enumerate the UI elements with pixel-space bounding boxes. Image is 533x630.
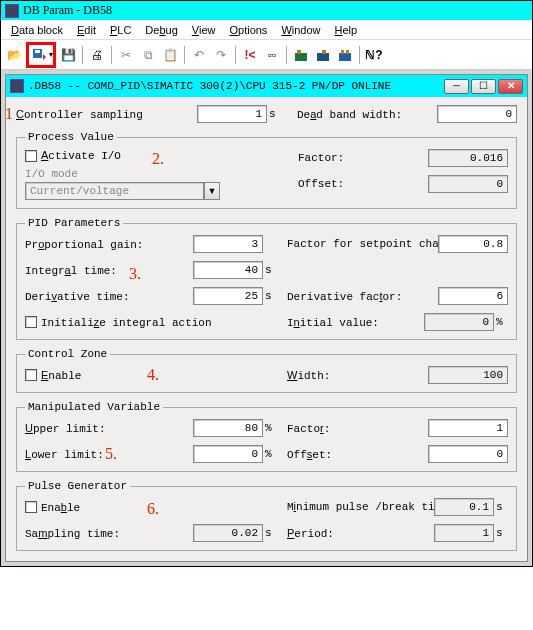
module1-icon[interactable] [291,45,311,65]
setpoint-factor-label: Factor for setpoint change: [287,238,407,250]
controller-sampling-input[interactable]: 1 [197,105,267,123]
print-icon[interactable]: 🖨 [87,45,107,65]
svg-rect-8 [346,50,349,54]
upper-limit-input[interactable]: 80 [193,419,263,437]
open-icon[interactable]: 📂 [4,45,24,65]
manip-factor-input[interactable]: 1 [428,419,508,437]
svg-rect-7 [341,50,344,54]
checkbox-icon [25,316,37,328]
stop-icon[interactable]: !< [240,45,260,65]
svg-rect-2 [295,53,307,61]
pulse-gen-legend: Pulse Generator [25,480,130,492]
maximize-button[interactable]: ☐ [471,79,496,94]
cut-icon: ✂ [116,45,136,65]
inner-window: .DB58 -- COMD_PID\SIMATIC 300(2)\CPU 315… [5,74,528,562]
svg-rect-5 [322,50,326,54]
menu-window[interactable]: Window [275,22,326,37]
prop-gain-input[interactable]: 3 [193,235,263,253]
process-value-group: Process Value 2. Activate I/O I/O mode C… [16,131,517,209]
prop-gain-label: Proportional gain: [25,238,143,251]
minimize-button[interactable]: ─ [444,79,469,94]
form-body: 1 Controller sampling 1 s Dead band widt… [6,97,527,561]
min-pulse-input: 0.1 [434,498,494,516]
manip-offset-label: Offset: [287,448,332,461]
redo-icon: ↷ [211,45,231,65]
period-input: 1 [434,524,494,542]
save-icon[interactable]: 💾 [58,45,78,65]
pv-offset-input: 0 [428,175,508,193]
process-value-legend: Process Value [25,131,117,143]
block-icon[interactable]: ▫▫ [262,45,282,65]
svg-rect-4 [317,53,329,61]
menu-plc[interactable]: PLC [104,22,137,37]
annotation-1: 1 [5,105,13,123]
manip-var-legend: Manipulated Variable [25,401,163,413]
ctrl-zone-width-input: 100 [428,366,508,384]
manip-offset-input[interactable]: 0 [428,445,508,463]
undo-icon: ↶ [189,45,209,65]
derivative-time-label: Derivative time: [25,290,130,303]
io-mode-select: Current/voltage ▼ [25,182,220,200]
pv-offset-label: Offset: [298,178,344,190]
setpoint-factor-input[interactable]: 0.8 [438,235,508,253]
module3-icon[interactable] [335,45,355,65]
paste-icon: 📋 [160,45,180,65]
manip-var-group: Manipulated Variable 5. Upper limit: 80 … [16,401,517,472]
ctrl-zone-enable-checkbox[interactable]: Enable [25,369,81,382]
lower-limit-input[interactable]: 0 [193,445,263,463]
annotation-3: 3. [129,265,141,283]
integral-time-label: Integral time: [25,264,117,277]
menu-view[interactable]: View [186,22,222,37]
svg-rect-1 [35,50,40,53]
control-zone-legend: Control Zone [25,348,110,360]
dead-band-input[interactable]: 0 [437,105,517,123]
save-download-icon[interactable] [29,45,49,65]
annotation-6: 6. [147,500,159,518]
close-button[interactable]: ✕ [498,79,523,94]
menu-data-block[interactable]: Data block [5,22,69,37]
annotation-highlight: ▾ [26,42,56,68]
annotation-4: 4. [147,366,159,384]
activate-io-checkbox[interactable]: Activate I/O [25,149,270,162]
menu-bar: Data block Edit PLC Debug View Options W… [1,20,532,40]
chevron-down-icon: ▼ [204,182,220,200]
initial-value-input: 0 [424,313,494,331]
derivative-time-input[interactable]: 25 [193,287,263,305]
checkbox-icon [25,150,37,162]
init-integral-checkbox[interactable]: Initialize integral action [25,316,212,329]
svg-rect-3 [297,50,301,54]
copy-icon: ⧉ [138,45,158,65]
window-titlebar: DB Param - DB58 [1,1,532,20]
manip-factor-label: Factor: [287,422,330,435]
toolbar: 📂 ▾ 💾 🖨 ✂ ⧉ 📋 ↶ ↷ !< ▫▫ ℕ? [1,40,532,70]
annotation-2: 2. [152,150,164,168]
menu-debug[interactable]: Debug [139,22,183,37]
menu-help[interactable]: Help [329,22,364,37]
window-title: DB Param - DB58 [23,3,112,18]
pulse-enable-checkbox[interactable]: Enable [25,501,80,514]
menu-options[interactable]: Options [223,22,273,37]
control-zone-group: Control Zone 4. Enable Width: 100 [16,348,517,393]
app-icon [5,4,19,18]
pulse-gen-group: Pulse Generator 6. Enable Minimum pulse … [16,480,517,551]
menu-edit[interactable]: Edit [71,22,102,37]
initial-value-label: Initial value: [287,316,379,329]
pv-factor-input: 0.016 [428,149,508,167]
integral-time-input[interactable]: 40 [193,261,263,279]
controller-sampling-unit: s [269,108,281,120]
annotation-5: 5. [105,445,117,463]
module2-icon[interactable] [313,45,333,65]
pulse-sampling-input: 0.02 [193,524,263,542]
derivative-factor-input[interactable]: 6 [438,287,508,305]
ctrl-zone-width-label: Width: [287,369,330,382]
upper-limit-label: Upper limit: [25,422,106,435]
checkbox-icon [25,369,37,381]
period-label: Period: [287,527,334,540]
io-mode-label: I/O mode [25,168,270,180]
pulse-sampling-label: Sampling time: [25,527,120,540]
pv-factor-label: Factor: [298,152,344,164]
lower-limit-label: Lower limit: [25,448,104,461]
checkbox-icon [25,501,37,513]
help-icon[interactable]: ℕ? [364,45,384,65]
dead-band-label: Dead band width: [297,108,402,121]
